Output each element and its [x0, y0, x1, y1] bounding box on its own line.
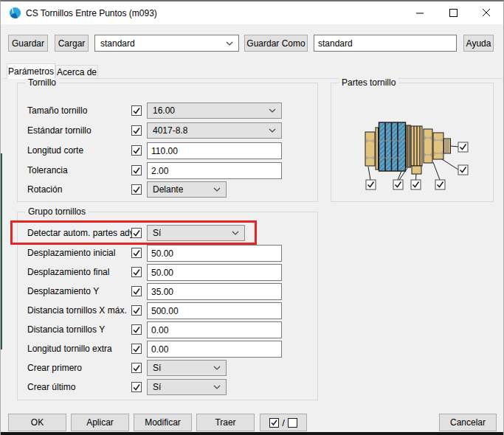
- row-label: Crear primero: [27, 363, 82, 373]
- group-partes-title: Partes tornillo: [339, 77, 398, 88]
- row-label: Desplazamiento final: [27, 267, 109, 277]
- window-title: CS Tornillos Entre Puntos (m093): [26, 8, 157, 18]
- row-label: Estándar tornillo: [27, 125, 92, 136]
- input-longitud-extra[interactable]: [147, 341, 282, 358]
- checkbox-desplazamiento-inicial[interactable]: [131, 248, 142, 258]
- row-label: Longitud tornillo extra: [27, 344, 112, 354]
- chevron-down-icon: [213, 366, 221, 370]
- part-checkbox-thread[interactable]: [458, 142, 468, 152]
- chevron-down-icon: [232, 231, 239, 235]
- toggle-all-checkboxes-button[interactable]: /: [260, 414, 307, 431]
- checkbox-longitud-corte[interactable]: [131, 145, 142, 156]
- close-icon: [483, 9, 491, 17]
- group-grupo-tornillos: Grupo tornillos Detectar autom. partes a…: [17, 212, 318, 400]
- checkbox-rotacion[interactable]: [131, 184, 142, 195]
- titlebar: CS Tornillos Entre Puntos (m093): [1, 1, 503, 24]
- select-estandar-tornillo[interactable]: 4017-8.8: [147, 122, 282, 139]
- checkbox-distancia-x-max[interactable]: [131, 305, 142, 316]
- part-checkbox-nut[interactable]: [458, 165, 468, 175]
- apply-button[interactable]: Aplicar: [71, 414, 129, 431]
- tab-acerca-de[interactable]: Acerca de: [55, 65, 98, 79]
- input-distancia-x-max[interactable]: [147, 302, 282, 319]
- cancel-button[interactable]: Cancelar: [439, 414, 497, 431]
- part-checkbox-washer2[interactable]: [435, 180, 445, 189]
- row-label: Detectar autom. partes ady.: [27, 228, 136, 238]
- checkbox-crear-primero[interactable]: [131, 363, 142, 373]
- checked-box-icon: [269, 418, 279, 428]
- help-button[interactable]: Ayuda: [463, 35, 494, 52]
- part-checkbox-plates[interactable]: [393, 180, 403, 189]
- part-checkbox-washer1[interactable]: [411, 180, 421, 189]
- profile-value: standard: [100, 38, 135, 49]
- minimize-icon: [416, 9, 424, 17]
- save-button[interactable]: Guardar: [8, 35, 48, 52]
- input-distancia-y[interactable]: [147, 321, 282, 338]
- modify-button[interactable]: Modificar: [134, 414, 192, 431]
- select-tamano-tornillo[interactable]: 16.00: [147, 102, 282, 119]
- chevron-down-icon: [269, 108, 276, 113]
- checkbox-longitud-extra[interactable]: [131, 344, 142, 354]
- input-desplazamiento-final[interactable]: [147, 264, 282, 281]
- row-label: Distancia tornillos Y: [27, 324, 105, 335]
- group-tornillo: Tornillo Tamaño tornillo 16.00 Estándar …: [17, 83, 318, 202]
- row-label: Rotación: [27, 184, 62, 195]
- row-label: Desplazamiento inicial: [27, 248, 115, 258]
- get-button[interactable]: Traer: [196, 414, 255, 431]
- chevron-down-icon: [213, 385, 221, 389]
- background-edge-strip: [1, 153, 2, 349]
- input-tolerancia[interactable]: [147, 162, 282, 179]
- maximize-icon: [449, 9, 458, 17]
- row-label: Crear último: [27, 382, 75, 392]
- row-label: Desplazamiento Y: [27, 286, 99, 296]
- select-crear-ultimo[interactable]: Sí: [147, 379, 227, 395]
- maximize-button[interactable]: [437, 1, 470, 24]
- row-label: Tolerancia: [27, 165, 68, 175]
- unchecked-box-icon: [288, 418, 297, 428]
- checkbox-estandar-tornillo[interactable]: [131, 125, 142, 136]
- save-as-name-input[interactable]: [314, 35, 457, 52]
- group-grupo-title: Grupo tornillos: [25, 206, 89, 217]
- background-bottom-strip: [1, 432, 504, 435]
- input-desplazamiento-inicial[interactable]: [147, 245, 282, 262]
- group-tornillo-title: Tornillo: [25, 77, 59, 88]
- checkbox-tamano-tornillo[interactable]: [131, 105, 142, 116]
- checkbox-tolerancia[interactable]: [131, 165, 142, 175]
- select-crear-primero[interactable]: Sí: [147, 360, 227, 376]
- chevron-down-icon: [213, 187, 221, 192]
- close-button[interactable]: [470, 1, 503, 24]
- save-as-button[interactable]: Guardar Como: [244, 35, 308, 52]
- tabstrip-divider: [3, 78, 503, 79]
- row-label: Distancia tornillos X máx.: [27, 305, 127, 316]
- checkbox-desplazamiento-y[interactable]: [131, 286, 142, 296]
- input-desplazamiento-y[interactable]: [147, 283, 282, 300]
- load-button[interactable]: Cargar: [55, 35, 89, 52]
- checkbox-detectar-autom[interactable]: [131, 228, 142, 238]
- checkbox-distancia-y[interactable]: [131, 324, 142, 335]
- row-label: Longitud corte: [27, 145, 83, 156]
- checkbox-desplazamiento-final[interactable]: [131, 267, 142, 277]
- part-checkbox-head[interactable]: [366, 180, 376, 189]
- tekla-app-icon: [9, 7, 21, 19]
- group-partes-tornillo: Partes tornillo: [331, 83, 494, 202]
- chevron-down-icon: [226, 41, 233, 46]
- chevron-down-icon: [269, 128, 276, 133]
- checkbox-crear-ultimo[interactable]: [131, 382, 142, 392]
- bolt-parts-diagram: [331, 83, 494, 203]
- ok-button[interactable]: OK: [8, 414, 66, 431]
- input-longitud-corte[interactable]: [147, 142, 282, 159]
- tab-parametros[interactable]: Parámetros: [7, 63, 55, 79]
- select-detectar-autom[interactable]: Sí: [147, 225, 245, 241]
- profile-combobox[interactable]: standard: [94, 35, 239, 52]
- dialog-window: CS Tornillos Entre Puntos (m093) Guardar…: [0, 0, 504, 435]
- row-label: Tamaño tornillo: [27, 105, 87, 116]
- select-rotacion[interactable]: Delante: [147, 181, 227, 198]
- minimize-button[interactable]: [404, 1, 437, 24]
